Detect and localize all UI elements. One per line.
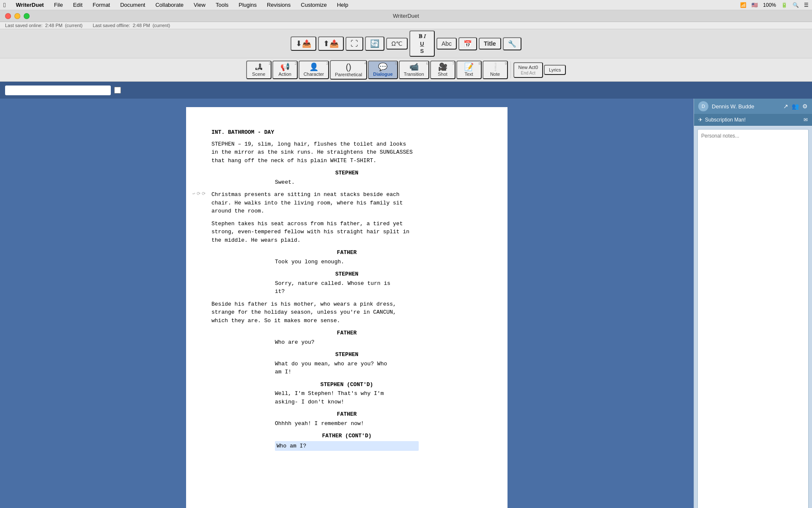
action-button[interactable]: 📢 Action: [272, 61, 298, 79]
paren-btn-wrapper: 4 () Parenthetical: [330, 60, 367, 80]
menu-collaborate[interactable]: Collaborate: [154, 2, 185, 8]
menu-help[interactable]: Help: [335, 2, 350, 8]
action-text-2: Christmas presents are sitting in neat s…: [211, 190, 482, 215]
note-button[interactable]: ❕ Note: [483, 61, 508, 79]
character-name-stephen-2: STEPHEN: [211, 270, 482, 279]
offline-save-time: 2:48 PM: [133, 23, 150, 28]
character-btn-wrapper: 3 👤 Character: [299, 61, 329, 79]
upload-up-button[interactable]: ⬆📤: [318, 36, 344, 51]
transition-icon: 📹: [409, 63, 419, 71]
menu-plugins[interactable]: Plugins: [237, 2, 258, 8]
title-button[interactable]: Title: [479, 38, 501, 50]
spellcheck-button[interactable]: Abc: [436, 38, 457, 50]
character-name-stephen-contd: STEPHEN (CONT'D): [211, 381, 482, 389]
user-avatar: D: [698, 101, 708, 111]
character-block-stephen-3: STEPHEN What do you mean, who are you? W…: [211, 351, 482, 376]
menu-icon[interactable]: ☰: [804, 2, 809, 8]
scene-button[interactable]: 🏞 Scene: [246, 61, 272, 79]
character-name-stephen-1: STEPHEN: [211, 169, 482, 177]
dialogue-stephen-3: What do you mean, who are you? Whoam I!: [275, 360, 419, 376]
subscription-label[interactable]: Subscription Man!: [705, 117, 746, 123]
special-chars-button[interactable]: Ω℃: [386, 38, 407, 50]
avatar-initials: D: [702, 104, 705, 109]
online-save-time: 2:48 PM: [45, 23, 63, 28]
menu-view[interactable]: View: [192, 2, 207, 8]
transition-label: Transition: [404, 72, 424, 77]
menu-edit[interactable]: Edit: [71, 2, 84, 8]
notes-area: [694, 126, 812, 508]
menu-tools[interactable]: Tools: [214, 2, 230, 8]
upload-up-btn-wrapper: ⬆📤: [318, 36, 344, 51]
minimize-button[interactable]: [14, 13, 20, 19]
shot-label: Shot: [438, 72, 447, 77]
new-act-button[interactable]: New Act0 End Act: [513, 62, 543, 78]
script-page[interactable]: INT. BATHROOM - DAY STEPHEN – 19, slim, …: [186, 107, 508, 508]
maximize-button[interactable]: [24, 13, 30, 19]
sidebar-user: D Dennis W. Budde: [698, 101, 754, 111]
rev-icon-1: ↩: [192, 190, 195, 198]
dialogue-father-1: Took you long enough.: [275, 258, 419, 266]
save-info: Last saved online: 2:48 PM (current) Las…: [0, 22, 812, 29]
search-icon[interactable]: 🔍: [793, 2, 799, 8]
menu-document[interactable]: Document: [118, 2, 147, 8]
action-btn-num: 2: [295, 61, 297, 66]
parenthetical-button[interactable]: () Parenthetical: [330, 60, 367, 80]
character-block-father-3: FATHER Ohhhh yeah! I remember now!: [211, 410, 482, 428]
people-icon[interactable]: 👥: [792, 103, 799, 110]
fullscreen-button[interactable]: ⛶: [346, 37, 363, 51]
character-name-father-contd: FATHER (CONT'D): [211, 432, 482, 440]
menu-revisions[interactable]: Revisions: [265, 2, 292, 8]
action-text-4: Beside his father is his mother, who wea…: [211, 300, 482, 325]
action-icon: 📢: [280, 63, 290, 71]
rev-icon-3: ⟳: [202, 190, 206, 198]
shot-button[interactable]: 🎥 Shot: [430, 61, 455, 79]
menu-app-name[interactable]: WriterDuet: [14, 2, 45, 8]
plane-icon: ✈: [698, 117, 702, 123]
transition-button[interactable]: 📹 Transition: [399, 61, 429, 79]
dialogue-btn-num: 5: [395, 61, 397, 66]
personal-notes-input[interactable]: [697, 129, 809, 508]
action-text-1: STEPHEN – 19, slim, long hair, flushes t…: [211, 140, 482, 165]
text-format-button[interactable]: 𝐁 𝐼 U S: [409, 30, 435, 57]
dialogue-label: Dialogue: [373, 72, 392, 77]
mac-menu-bar:  WriterDuet File Edit Format Document C…: [0, 0, 812, 10]
text-btn-wrapper: 8 📝 Text: [456, 61, 482, 79]
text-button[interactable]: 📝 Text: [456, 61, 482, 79]
action-text-3: Stephen takes his seat across from his f…: [211, 220, 482, 245]
menu-file[interactable]: File: [52, 2, 65, 8]
dialogue-stephen-contd: Well, I'm Stephen! That's why I'masking-…: [275, 389, 419, 406]
character-button[interactable]: 👤 Character: [299, 61, 329, 79]
menu-customize[interactable]: Customize: [299, 2, 328, 8]
share-icon[interactable]: ↗: [783, 103, 788, 110]
parenthetical-label: Parenthetical: [335, 72, 362, 77]
toolbar-area: Last saved online: 2:48 PM (current) Las…: [0, 22, 812, 82]
calendar-button[interactable]: 📅: [458, 37, 477, 50]
lyrics-button[interactable]: Lyrics: [544, 65, 566, 75]
menu-format[interactable]: Format: [91, 2, 112, 8]
refresh-button[interactable]: 🔄: [365, 36, 384, 51]
character-name-father-1: FATHER: [211, 248, 482, 257]
menu-right-side: 📶 🇺🇸 100% 🔋 🔍 ☰: [740, 2, 809, 8]
lyrics-btn-wrapper: Lyrics: [544, 65, 566, 75]
character-name-father-3: FATHER: [211, 410, 482, 419]
calendar-btn-wrapper: 📅: [458, 37, 477, 50]
character-block-stephen-contd: STEPHEN (CONT'D) Well, I'm Stephen! That…: [211, 381, 482, 406]
upload-down-button[interactable]: ⬇📤: [291, 36, 316, 51]
settings-wrench-button[interactable]: 🔧: [503, 37, 521, 50]
character-block-stephen-1: STEPHEN Sweet.: [211, 169, 482, 186]
parenthetical-icon: (): [346, 63, 351, 71]
dialogue-father-contd: Who am I?: [275, 441, 419, 451]
scene-heading-text: INT. BATHROOM - DAY: [211, 128, 482, 137]
wrench-btn-wrapper: 🔧: [503, 37, 521, 50]
note-icon: ❕: [491, 63, 500, 71]
scene-checkbox[interactable]: [114, 87, 121, 94]
scene-heading-input[interactable]: INT. BATHROOM - DAY: [5, 86, 111, 95]
dialogue-button[interactable]: 💬 Dialogue: [368, 61, 398, 79]
format-btn-wrapper: 𝐁 𝐼 U S: [409, 30, 435, 57]
apple-logo-icon: : [3, 1, 5, 8]
sidebar-settings-icon[interactable]: ⚙: [802, 103, 808, 110]
text-btn-num: 8: [479, 61, 481, 66]
close-button[interactable]: [5, 13, 11, 19]
character-block-father-2: FATHER Who are you?: [211, 329, 482, 346]
character-label: Character: [304, 72, 324, 77]
